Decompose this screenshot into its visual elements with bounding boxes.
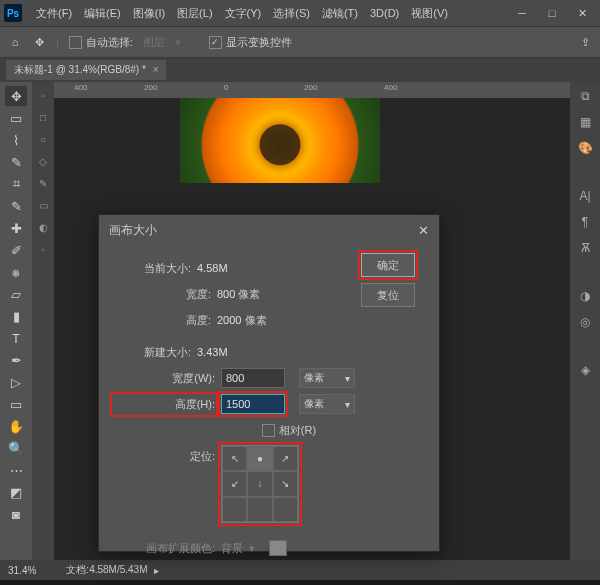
marquee-tool[interactable]: ▭ xyxy=(5,108,27,128)
tools-panel: ✥ ▭ ⌇ ✎ ⌗ ✎ ✚ ✐ ⎈ ▱ ▮ T ✒ ▷ ▭ ✋ 🔍 ⋯ ◩ ◙ xyxy=(0,82,32,562)
shape-tool[interactable]: ▭ xyxy=(5,394,27,414)
width-unit-select[interactable]: 像素▾ xyxy=(299,368,355,388)
dialog-title: 画布大小 xyxy=(109,222,157,239)
close-button[interactable]: ✕ xyxy=(568,3,596,23)
anchor-se[interactable] xyxy=(273,497,298,522)
type-tool[interactable]: T xyxy=(5,328,27,348)
anchor-s[interactable] xyxy=(247,497,272,522)
anchor-nw[interactable]: ↖ xyxy=(222,446,247,471)
menu-3d[interactable]: 3D(D) xyxy=(364,7,405,19)
paragraph-icon[interactable]: ¶ xyxy=(577,214,593,230)
current-size-label: 当前大小: xyxy=(113,261,191,276)
tool-sub-1[interactable]: ▫ xyxy=(36,86,50,104)
menu-filter[interactable]: 滤镜(T) xyxy=(316,6,364,21)
menu-layer[interactable]: 图层(L) xyxy=(171,6,218,21)
ps-logo: Ps xyxy=(4,4,22,22)
anchor-n[interactable]: ● xyxy=(247,446,272,471)
titlebar: Ps 文件(F) 编辑(E) 图像(I) 图层(L) 文字(Y) 选择(S) 滤… xyxy=(0,0,600,26)
tool-sub-8[interactable]: ▫ xyxy=(36,240,50,258)
anchor-e[interactable]: ↘ xyxy=(273,471,298,496)
ext-color-value[interactable]: 背景 xyxy=(221,541,243,556)
horizontal-ruler: 400 200 0 200 400 xyxy=(54,82,570,99)
home-icon[interactable]: ⌂ xyxy=(8,35,22,49)
anchor-sw[interactable] xyxy=(222,497,247,522)
menu-image[interactable]: 图像(I) xyxy=(127,6,171,21)
maximize-button[interactable]: □ xyxy=(538,3,566,23)
brush-tool[interactable]: ✐ xyxy=(5,240,27,260)
share-icon[interactable]: ⇪ xyxy=(578,35,592,49)
anchor-ne[interactable]: ↗ xyxy=(273,446,298,471)
anchor-grid[interactable]: ↖ ● ↗ ↙ ↓ ↘ xyxy=(221,445,299,523)
anchor-label: 定位: xyxy=(113,445,215,464)
menu-edit[interactable]: 编辑(E) xyxy=(78,6,127,21)
eyedropper-tool[interactable]: ✎ xyxy=(5,196,27,216)
dialog-close-icon[interactable]: ✕ xyxy=(418,223,429,238)
tool-sub-4[interactable]: ◇ xyxy=(36,152,50,170)
hand-tool[interactable]: ✋ xyxy=(5,416,27,436)
edit-toolbar[interactable]: ⋯ xyxy=(5,460,27,480)
move-tool-icon[interactable]: ✥ xyxy=(32,35,46,49)
move-tool[interactable]: ✥ xyxy=(5,86,27,106)
zoom-level[interactable]: 31.4% xyxy=(8,565,36,576)
swatches-icon[interactable]: ▦ xyxy=(577,114,593,130)
menu-select[interactable]: 选择(S) xyxy=(267,6,316,21)
eraser-tool[interactable]: ▱ xyxy=(5,284,27,304)
adjustments-icon[interactable]: ◑ xyxy=(577,288,593,304)
quick-select-tool[interactable]: ✎ xyxy=(5,152,27,172)
width-input[interactable] xyxy=(221,368,285,388)
anchor-c[interactable]: ↓ xyxy=(247,471,272,496)
tool-sub-3[interactable]: ○ xyxy=(36,130,50,148)
height-unit-select[interactable]: 像素▾ xyxy=(299,394,355,414)
styles-icon[interactable]: ◎ xyxy=(577,314,593,330)
canvas-image xyxy=(180,98,380,183)
minimize-button[interactable]: ─ xyxy=(508,3,536,23)
reset-button[interactable]: 复位 xyxy=(361,283,415,307)
character-icon[interactable]: A| xyxy=(577,188,593,204)
autoselect-type[interactable]: 图层 xyxy=(143,35,165,50)
new-height-label: 高度(H): xyxy=(113,395,215,414)
color-icon[interactable]: 🎨 xyxy=(577,140,593,156)
cur-height-label: 高度: xyxy=(113,313,211,328)
path-select-tool[interactable]: ▷ xyxy=(5,372,27,392)
tool-sub-7[interactable]: ◐ xyxy=(36,218,50,236)
new-size-value: 3.43M xyxy=(197,346,228,358)
gradient-tool[interactable]: ▮ xyxy=(5,306,27,326)
menu-type[interactable]: 文字(Y) xyxy=(219,6,268,21)
height-input[interactable] xyxy=(221,394,285,414)
current-size-value: 4.58M xyxy=(197,262,228,274)
canvas-size-dialog: 画布大小 ✕ 当前大小:4.58M 宽度:800 像素 高度:2000 像素 确… xyxy=(98,214,440,552)
layers-icon[interactable]: ◈ xyxy=(577,362,593,378)
tab-close-icon[interactable]: × xyxy=(153,64,159,75)
chevron-down-icon: ▾ xyxy=(345,373,350,384)
document-tab[interactable]: 未标题-1 @ 31.4%(RGB/8#) * × xyxy=(6,60,166,80)
history-icon[interactable]: ⧉ xyxy=(577,88,593,104)
pen-tool[interactable]: ✒ xyxy=(5,350,27,370)
glyph-icon[interactable]: Ѫ xyxy=(577,240,593,256)
stamp-tool[interactable]: ⎈ xyxy=(5,262,27,282)
autoselect-checkbox[interactable]: 自动选择: xyxy=(69,35,133,50)
crop-tool[interactable]: ⌗ xyxy=(5,174,27,194)
zoom-tool[interactable]: 🔍 xyxy=(5,438,27,458)
options-bar: ⌂ ✥ | 自动选择: 图层 ▾ 显示变换控件 ⇪ xyxy=(0,26,600,58)
foreground-color[interactable]: ◩ xyxy=(5,482,27,502)
menu-view[interactable]: 视图(V) xyxy=(405,6,454,21)
quick-mask[interactable]: ◙ xyxy=(5,504,27,524)
cur-width-label: 宽度: xyxy=(113,287,211,302)
lasso-tool[interactable]: ⌇ xyxy=(5,130,27,150)
tools-secondary: ▫ □ ○ ◇ ✎ ▭ ◐ ▫ xyxy=(32,82,54,562)
chevron-down-icon: ▾ xyxy=(249,542,255,555)
tool-sub-6[interactable]: ▭ xyxy=(36,196,50,214)
tool-sub-2[interactable]: □ xyxy=(36,108,50,126)
tool-sub-5[interactable]: ✎ xyxy=(36,174,50,192)
ext-color-swatch[interactable] xyxy=(269,540,287,556)
healing-tool[interactable]: ✚ xyxy=(5,218,27,238)
cur-height-value: 2000 xyxy=(217,314,241,326)
new-size-label: 新建大小: xyxy=(113,345,191,360)
anchor-w[interactable]: ↙ xyxy=(222,471,247,496)
menu-file[interactable]: 文件(F) xyxy=(30,6,78,21)
show-transform-checkbox[interactable]: 显示变换控件 xyxy=(209,35,292,50)
show-transform-label: 显示变换控件 xyxy=(226,36,292,48)
ok-button[interactable]: 确定 xyxy=(361,253,415,277)
chevron-down-icon: ▾ xyxy=(345,399,350,410)
relative-checkbox[interactable]: 相对(R) xyxy=(262,423,316,438)
